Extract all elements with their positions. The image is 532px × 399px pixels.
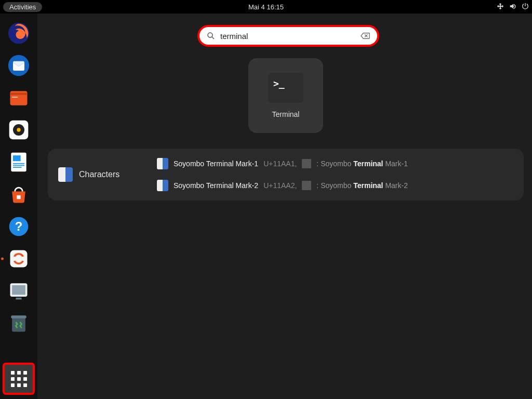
svg-rect-20 [12, 317, 25, 332]
character-preview [302, 181, 311, 190]
svg-rect-9 [13, 155, 21, 161]
svg-rect-16 [10, 250, 28, 268]
system-tray[interactable] [497, 3, 529, 11]
terminal-icon: >_ [268, 73, 303, 103]
svg-rect-4 [12, 97, 18, 98]
character-glyph-icon [157, 158, 168, 169]
character-description: : Soyombo Terminal Mark-1 [316, 159, 408, 168]
files-icon [7, 86, 30, 109]
search-bar[interactable] [197, 25, 379, 47]
libreoffice-writer-icon [7, 151, 30, 174]
svg-rect-18 [12, 285, 25, 295]
svg-rect-10 [13, 163, 24, 164]
firefox-icon [7, 22, 30, 45]
apps-grid-icon [11, 371, 27, 387]
volume-icon[interactable] [509, 3, 516, 11]
search-input[interactable] [220, 32, 355, 41]
dock-item-firefox[interactable] [6, 21, 31, 46]
dock-item-screenshot[interactable] [6, 278, 31, 303]
characters-panel: Characters Soyombo Terminal Mark-1 U+11A… [48, 149, 524, 201]
dock-item-files[interactable] [6, 85, 31, 110]
characters-header[interactable]: Characters [58, 158, 147, 191]
svg-rect-11 [13, 165, 24, 166]
svg-rect-12 [13, 167, 22, 168]
character-codepoint: U+11AA1, [263, 159, 297, 168]
app-result-label: Terminal [272, 110, 300, 118]
character-preview [302, 159, 311, 168]
svg-rect-13 [17, 195, 20, 199]
clock[interactable]: Mai 4 16:15 [248, 3, 284, 11]
show-applications-button[interactable] [3, 363, 35, 395]
dock-item-writer[interactable] [6, 150, 31, 175]
terminal-prompt: >_ [273, 78, 285, 89]
svg-rect-8 [11, 153, 26, 172]
app-result-terminal[interactable]: >_ Terminal [248, 58, 323, 133]
dock: ? [0, 14, 37, 399]
screenshot-icon [7, 280, 30, 302]
trash-icon [7, 312, 30, 335]
svg-line-23 [212, 37, 214, 39]
svg-point-7 [17, 128, 20, 131]
character-glyph-icon [157, 180, 168, 191]
character-description: : Soyombo Terminal Mark-2 [316, 181, 408, 190]
activities-button[interactable]: Activities [3, 2, 42, 12]
dock-item-trash[interactable] [6, 311, 31, 336]
svg-rect-21 [11, 315, 26, 318]
rhythmbox-icon [7, 118, 30, 141]
character-name: Soyombo Terminal Mark-1 [174, 159, 258, 168]
character-codepoint: U+11AA2, [263, 181, 297, 190]
dock-item-thunderbird[interactable] [6, 53, 31, 78]
dock-item-updater[interactable] [6, 246, 31, 271]
character-name: Soyombo Terminal Mark-2 [174, 181, 258, 190]
characters-app-icon [58, 167, 73, 182]
thunderbird-icon [7, 54, 30, 77]
ubuntu-software-icon [7, 183, 30, 206]
top-bar: Activities Mai 4 16:15 [0, 0, 532, 14]
characters-heading: Characters [79, 170, 119, 179]
help-icon: ? [7, 215, 30, 238]
character-result-row[interactable]: Soyombo Terminal Mark-1 U+11AA1, : Soyom… [157, 158, 513, 169]
character-result-row[interactable]: Soyombo Terminal Mark-2 U+11AA2, : Soyom… [157, 180, 513, 191]
dock-item-software[interactable] [6, 182, 31, 207]
power-icon[interactable] [522, 3, 529, 11]
svg-text:?: ? [15, 219, 23, 233]
network-icon[interactable] [497, 3, 504, 11]
svg-rect-19 [16, 298, 22, 300]
backspace-icon[interactable] [361, 32, 370, 39]
software-updater-icon [7, 247, 30, 270]
svg-point-22 [208, 33, 212, 37]
svg-rect-3 [10, 93, 28, 95]
dock-item-help[interactable]: ? [6, 214, 31, 239]
search-icon [207, 32, 215, 40]
dock-item-rhythmbox[interactable] [6, 117, 31, 142]
